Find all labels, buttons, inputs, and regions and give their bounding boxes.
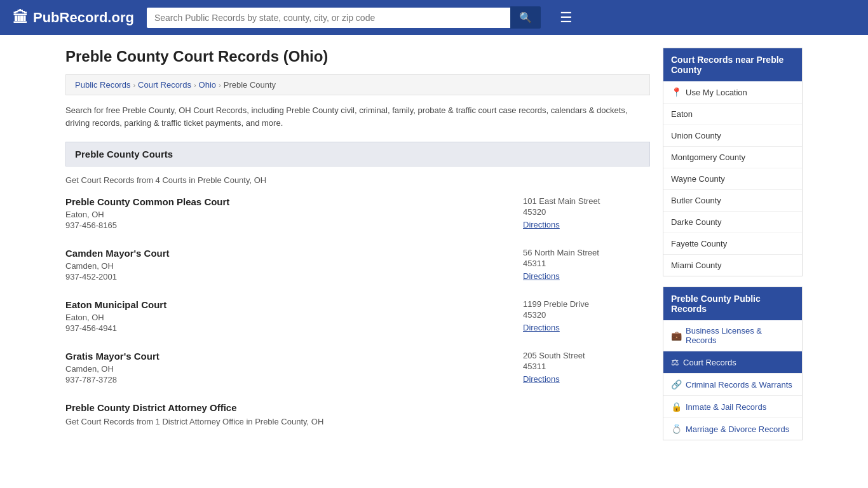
breadcrumb-sep-1: › [133, 81, 135, 89]
sidebar-nearby-item[interactable]: Wayne County [663, 168, 802, 190]
sidebar-nearby-label: Montgomery County [671, 152, 745, 162]
courts-list: Preble County Common Pleas Court Eaton, … [65, 196, 650, 388]
court-phone: 937-452-2001 [65, 272, 170, 281]
sidebar-nearby-label: Use My Location [686, 88, 747, 97]
sidebar: Court Records near Preble County 📍Use My… [663, 48, 803, 440]
breadcrumb: Public Records › Court Records › Ohio › … [65, 74, 650, 95]
sidebar-nearby-item[interactable]: Eaton [663, 104, 802, 125]
sidebar-nearby-label: Miami County [671, 261, 721, 270]
court-entry: Eaton Municipal Court Eaton, OH 937-456-… [65, 299, 650, 337]
sidebar-records-label: Business Licenses & Records [686, 326, 794, 345]
breadcrumb-public-records[interactable]: Public Records [75, 80, 130, 90]
directions-link[interactable]: Directions [523, 271, 560, 281]
court-right: 205 South Street 45311 Directions [523, 351, 650, 384]
records-icon: 🔗 [671, 379, 682, 390]
court-zip: 45320 [523, 207, 650, 217]
breadcrumb-sep-2: › [194, 81, 196, 89]
sidebar-nearby-item[interactable]: Fayette County [663, 233, 802, 255]
sidebar-records-item[interactable]: 🔗Criminal Records & Warrants [663, 374, 802, 396]
directions-link[interactable]: Directions [523, 323, 560, 332]
district-sub: Get Court Records from 1 District Attorn… [65, 417, 650, 426]
court-entry-inner: Gratis Mayor's Court Camden, OH 937-787-… [65, 351, 650, 384]
court-city: Eaton, OH [65, 210, 229, 219]
records-icon: 💼 [671, 330, 682, 341]
court-right: 101 East Main Street 45320 Directions [523, 196, 650, 230]
court-phone: 937-456-8165 [65, 220, 229, 230]
sidebar-nearby-item[interactable]: Montgomery County [663, 147, 802, 168]
district-section: Preble County District Attorney Office G… [65, 402, 650, 426]
court-zip: 45320 [523, 310, 650, 320]
breadcrumb-ohio[interactable]: Ohio [199, 80, 216, 90]
directions-link[interactable]: Directions [523, 374, 560, 384]
sidebar-nearby-label: Wayne County [671, 174, 725, 184]
main-content: Preble County Court Records (Ohio) Publi… [65, 48, 650, 440]
court-name: Gratis Mayor's Court [65, 351, 159, 362]
sidebar-records-label: Criminal Records & Warrants [686, 380, 792, 390]
sidebar-nearby-item[interactable]: 📍Use My Location [663, 81, 802, 104]
court-entry-inner: Preble County Common Pleas Court Eaton, … [65, 196, 650, 230]
breadcrumb-sep-3: › [219, 81, 221, 89]
sidebar-nearby-item[interactable]: Butler County [663, 190, 802, 212]
court-entry-inner: Camden Mayor's Court Camden, OH 937-452-… [65, 248, 650, 281]
records-items: 💼Business Licenses & Records⚖Court Recor… [663, 320, 802, 440]
court-city: Camden, OH [65, 261, 170, 271]
sidebar-records-label: Inmate & Jail Records [686, 402, 766, 412]
court-zip: 45311 [523, 362, 650, 371]
search-icon: 🔍 [519, 12, 532, 23]
records-section: Preble County Public Records 💼Business L… [663, 287, 803, 440]
courts-sub-text: Get Court Records from 4 Courts in Prebl… [65, 175, 650, 185]
sidebar-records-label: Marriage & Divorce Records [686, 424, 789, 434]
directions-link[interactable]: Directions [523, 220, 560, 229]
search-button[interactable]: 🔍 [510, 6, 541, 29]
menu-icon[interactable]: ☰ [560, 10, 573, 26]
records-icon: ⚖ [671, 357, 679, 367]
sidebar-records-item[interactable]: 🔒Inmate & Jail Records [663, 396, 802, 418]
court-entry-inner: Eaton Municipal Court Eaton, OH 937-456-… [65, 299, 650, 333]
court-phone: 937-456-4941 [65, 323, 166, 333]
courts-section-header: Preble County Courts [65, 142, 650, 166]
court-address: 205 South Street [523, 351, 650, 360]
nearby-title: Court Records near Preble County [663, 48, 802, 81]
search-input[interactable] [147, 8, 510, 28]
records-icon: 🔒 [671, 402, 682, 412]
site-header: 🏛 PubRecord.org 🔍 ☰ [0, 0, 868, 35]
court-phone: 937-787-3728 [65, 375, 159, 384]
sidebar-nearby-label: Butler County [671, 196, 721, 205]
records-title: Preble County Public Records [663, 287, 802, 320]
records-icon: 💍 [671, 424, 682, 434]
sidebar-records-label: Court Records [683, 358, 736, 367]
court-address: 101 East Main Street [523, 196, 650, 206]
site-logo[interactable]: 🏛 PubRecord.org [13, 9, 134, 27]
court-name: Preble County Common Pleas Court [65, 196, 229, 207]
court-right: 1199 Preble Drive 45320 Directions [523, 299, 650, 333]
sidebar-nearby-label: Darke County [671, 217, 721, 227]
court-zip: 45311 [523, 259, 650, 268]
page-description: Search for free Preble County, OH Court … [65, 104, 650, 129]
sidebar-nearby-label: Union County [671, 131, 721, 140]
court-address: 56 North Main Street [523, 248, 650, 257]
sidebar-nearby-item[interactable]: Miami County [663, 255, 802, 276]
nearby-section: Court Records near Preble County 📍Use My… [663, 48, 803, 276]
sidebar-nearby-item[interactable]: Darke County [663, 212, 802, 233]
page-title: Preble County Court Records (Ohio) [65, 48, 650, 65]
sidebar-nearby-label: Eaton [671, 109, 693, 119]
court-entry: Preble County Common Pleas Court Eaton, … [65, 196, 650, 234]
court-name: Eaton Municipal Court [65, 299, 166, 310]
search-bar: 🔍 [147, 6, 541, 29]
court-left: Camden Mayor's Court Camden, OH 937-452-… [65, 248, 170, 281]
district-title: Preble County District Attorney Office [65, 402, 650, 413]
court-left: Eaton Municipal Court Eaton, OH 937-456-… [65, 299, 166, 333]
breadcrumb-court-records[interactable]: Court Records [138, 80, 191, 90]
court-left: Preble County Common Pleas Court Eaton, … [65, 196, 229, 230]
court-right: 56 North Main Street 45311 Directions [523, 248, 650, 281]
sidebar-records-item[interactable]: ⚖Court Records [663, 351, 802, 374]
sidebar-records-item[interactable]: 💍Marriage & Divorce Records [663, 418, 802, 440]
location-icon: 📍 [671, 87, 682, 97]
court-name: Camden Mayor's Court [65, 248, 170, 259]
court-address: 1199 Preble Drive [523, 299, 650, 309]
sidebar-nearby-item[interactable]: Union County [663, 125, 802, 147]
nearby-items: 📍Use My LocationEatonUnion CountyMontgom… [663, 81, 802, 276]
logo-icon: 🏛 [13, 9, 28, 27]
court-city: Camden, OH [65, 364, 159, 374]
sidebar-records-item[interactable]: 💼Business Licenses & Records [663, 320, 802, 351]
